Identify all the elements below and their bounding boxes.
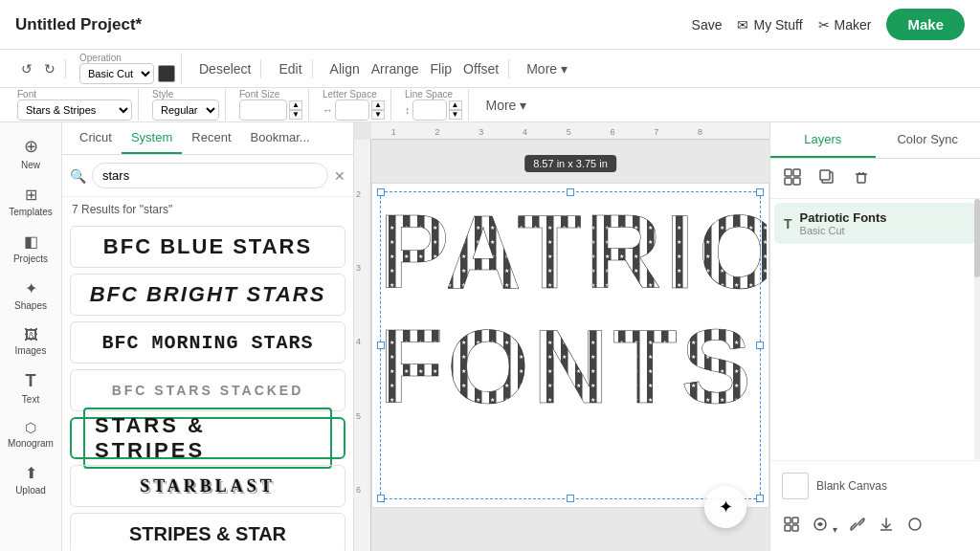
search-icon: 🔍	[70, 168, 86, 184]
mystuff-button[interactable]: ✉ My Stuff	[737, 17, 802, 33]
font-preview-bfc-bright: BFC BRIGHT STARS	[90, 282, 326, 307]
make-button[interactable]: Make	[886, 9, 965, 40]
footer-link-button[interactable]	[846, 513, 869, 540]
linespace-input[interactable]: 1	[412, 99, 447, 121]
linespace-up[interactable]: ▲	[449, 100, 462, 110]
svg-rect-18	[792, 518, 798, 523]
edit-label: Edit	[278, 61, 301, 77]
font-item-stars-stripes[interactable]: STARS & STRIPES	[70, 417, 345, 459]
layer-sub: Basic Cut	[800, 225, 967, 236]
projects-icon: ◧	[24, 232, 38, 251]
letterspacing-up[interactable]: ▲	[371, 100, 385, 110]
tab-bookmarks[interactable]: Bookmar...	[241, 122, 320, 154]
tab-cricut[interactable]: Cricut	[70, 122, 122, 154]
arrange-button[interactable]: Arrange	[368, 59, 423, 78]
operation-select[interactable]: Basic Cut	[79, 63, 154, 84]
fontsize-label: Font Size	[239, 89, 302, 99]
footer-link-icon	[849, 516, 866, 533]
tab-color-sync[interactable]: Color Sync	[876, 122, 981, 158]
sidebar-item-upload[interactable]: ⬆ Upload	[3, 458, 58, 501]
flip-button[interactable]: Flip	[427, 59, 457, 78]
clear-search-button[interactable]: ✕	[334, 168, 345, 184]
svg-rect-13	[858, 174, 865, 183]
font-item-starblast[interactable]: STARBLAST	[70, 465, 345, 507]
font-item-bfc-bright[interactable]: BFC BRIGHT STARS	[70, 274, 345, 316]
font-preview-bfc-blue: BFC BLUE STARS	[103, 234, 312, 259]
style-label: Style	[152, 89, 219, 99]
sidebar-item-monogram[interactable]: ⬡ Monogram	[3, 414, 58, 454]
save-button[interactable]: Save	[692, 17, 723, 33]
svg-rect-8	[793, 169, 800, 176]
svg-rect-9	[785, 178, 791, 185]
group-button[interactable]	[778, 165, 807, 192]
scrollbar-thumb[interactable]	[974, 199, 980, 277]
font-item-morning[interactable]: BFC MORNING STARS	[70, 321, 345, 364]
maker-button[interactable]: ✂ Maker	[818, 17, 872, 33]
sidebar-item-images[interactable]: 🖼 Images	[3, 320, 58, 362]
edit-button[interactable]: Edit	[275, 59, 305, 78]
more-button-2[interactable]: More ▾	[482, 96, 531, 115]
footer-group-button[interactable]	[780, 513, 803, 540]
blank-canvas-swatch	[782, 473, 809, 499]
font-preview-stripes-star: STRIPES & STAR	[129, 523, 286, 545]
patriotic-text-svg: ★ PATRIOTI FONTS	[374, 192, 767, 498]
footer-merge-button[interactable]: ▾	[809, 513, 840, 540]
sidebar-label-projects: Projects	[13, 253, 48, 264]
duplicate-icon	[818, 168, 835, 186]
sidebar-item-projects[interactable]: ◧ Projects	[3, 227, 58, 270]
fontsize-down[interactable]: ▼	[289, 110, 302, 120]
monogram-icon: ⬡	[25, 420, 36, 435]
svg-rect-12	[820, 170, 830, 180]
undo-button[interactable]: ↺	[17, 59, 36, 78]
font-item-stripes-star[interactable]: STRIPES & STAR	[70, 513, 345, 551]
ai-button[interactable]: ✦	[704, 486, 746, 528]
fontsize-up[interactable]: ▲	[289, 100, 302, 110]
sidebar-label-monogram: Monogram	[8, 438, 54, 449]
delete-button[interactable]	[847, 165, 876, 192]
font-select[interactable]: Stars & Stripes	[17, 99, 132, 121]
offset-button[interactable]: Offset	[459, 59, 502, 78]
operation-label: Operation	[79, 53, 175, 63]
duplicate-button[interactable]	[813, 165, 841, 192]
sidebar-item-new[interactable]: ⊕ New	[3, 130, 58, 176]
layer-item-patriotic[interactable]: T Patriotic Fonts Basic Cut	[774, 203, 976, 244]
text-icon: T	[26, 371, 36, 391]
operation-color-swatch[interactable]	[158, 65, 175, 82]
tab-recent[interactable]: Recent	[182, 122, 240, 154]
font-list: BFC BLUE STARS BFC BRIGHT STARS BFC MORN…	[62, 222, 353, 551]
footer-group-icon	[783, 516, 800, 533]
font-search-input[interactable]: stars	[92, 163, 328, 188]
sidebar-item-shapes[interactable]: ✦ Shapes	[3, 274, 58, 317]
sidebar-label-templates: Templates	[9, 207, 53, 217]
redo-button[interactable]: ↻	[40, 59, 59, 78]
linespace-down[interactable]: ▼	[449, 110, 462, 120]
deselect-button[interactable]: Deselect	[195, 59, 255, 78]
svg-text:PATRIOTI: PATRIOTI	[379, 192, 767, 310]
footer-download-button[interactable]	[875, 513, 898, 540]
tab-system[interactable]: System	[122, 122, 182, 154]
layers-list: T Patriotic Fonts Basic Cut	[770, 199, 980, 248]
font-item-stacked[interactable]: BFC STARS STACKED	[70, 369, 345, 411]
more-button-1[interactable]: More ▾	[523, 59, 571, 78]
images-icon: 🖼	[24, 326, 38, 342]
footer-circle-button[interactable]	[903, 513, 926, 540]
canvas[interactable]: ★ PATRIOTI FONTS	[371, 183, 769, 508]
letterspacing-input[interactable]: 0	[335, 99, 369, 121]
blank-canvas-label: Blank Canvas	[816, 479, 887, 493]
trash-icon	[853, 168, 870, 186]
sidebar-item-text[interactable]: T Text	[3, 365, 58, 410]
tab-layers[interactable]: Layers	[770, 122, 876, 158]
style-select[interactable]: Regular	[152, 99, 219, 121]
letterspacing-label: Letter Space	[323, 89, 385, 99]
align-button[interactable]: Align	[326, 59, 364, 78]
font-item-bfc-blue[interactable]: BFC BLUE STARS	[70, 226, 345, 268]
sparkle-icon: ✦	[719, 496, 733, 518]
sidebar-item-templates[interactable]: ⊞ Templates	[3, 180, 58, 223]
footer-circle-icon	[906, 516, 924, 533]
letterspacing-down[interactable]: ▼	[371, 110, 385, 120]
fontsize-input[interactable]: 154.15	[239, 99, 287, 121]
envelope-icon: ✉	[737, 17, 748, 33]
scrollbar-track	[974, 199, 980, 460]
project-title: Untitled Project*	[15, 15, 142, 34]
svg-rect-7	[785, 169, 791, 176]
